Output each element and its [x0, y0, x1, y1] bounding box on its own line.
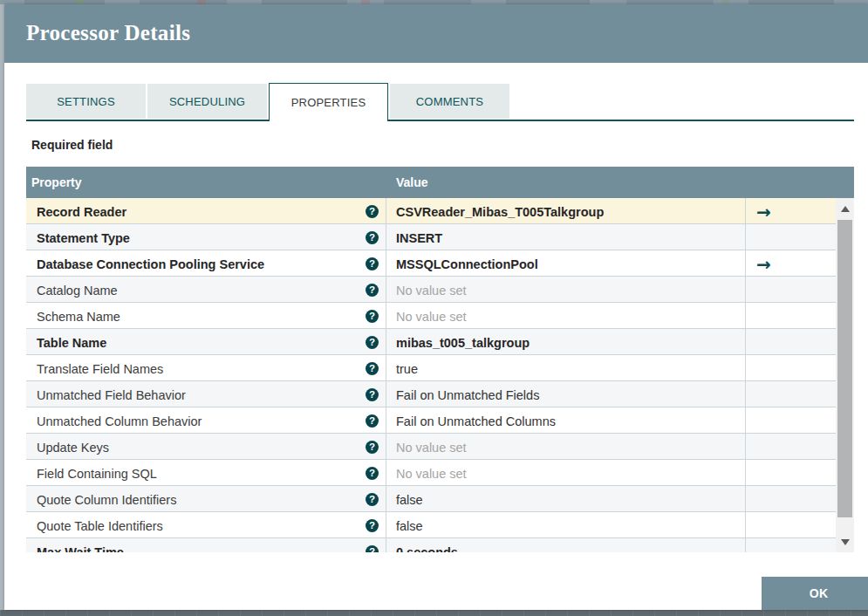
property-value: MSSQLConnectionPool	[396, 257, 538, 271]
table-row[interactable]: Field Containing SQL ? No value set	[26, 460, 836, 486]
property-value: CSVReader_Mibas_T005Talkgroup	[396, 205, 604, 219]
help-icon[interactable]: ?	[366, 231, 379, 244]
table-row[interactable]: Record Reader ? CSVReader_Mibas_T005Talk…	[26, 198, 836, 224]
value-cell[interactable]: MSSQLConnectionPool	[386, 250, 746, 276]
scroll-up-icon	[841, 206, 850, 212]
help-icon[interactable]: ?	[366, 545, 379, 552]
property-column-header: Property	[26, 175, 386, 189]
value-cell[interactable]: mibas_t005_talkgroup	[386, 329, 746, 354]
go-to-service-icon[interactable]: →	[756, 254, 771, 275]
property-value: Fail on Unmatched Fields	[396, 388, 539, 402]
value-cell[interactable]: Fail on Unmatched Fields	[386, 381, 746, 407]
table-row[interactable]: Update Keys ? No value set	[26, 434, 836, 460]
value-cell[interactable]: Fail on Unmatched Columns	[386, 407, 746, 433]
table-row[interactable]: Statement Type ? INSERT	[26, 224, 836, 250]
help-icon[interactable]: ?	[366, 388, 379, 401]
property-cell: Translate Field Names ?	[26, 355, 386, 380]
table-header: Property Value	[26, 167, 854, 198]
help-icon[interactable]: ?	[366, 493, 379, 506]
property-name: Statement Type	[37, 231, 130, 245]
tab-comments[interactable]: COMMENTS	[390, 84, 509, 119]
property-value: No value set	[396, 441, 467, 455]
scrollbar-thumb[interactable]	[837, 220, 852, 517]
value-cell[interactable]: CSVReader_Mibas_T005Talkgroup	[386, 198, 746, 223]
property-name: Field Containing SQL	[37, 467, 157, 481]
property-value: false	[396, 493, 423, 507]
value-cell[interactable]: true	[386, 355, 746, 380]
table-row[interactable]: Catalog Name ? No value set	[26, 277, 836, 303]
property-name: Schema Name	[37, 310, 120, 324]
table-row[interactable]: Database Connection Pooling Service ? MS…	[26, 250, 836, 277]
property-cell: Unmatched Field Behavior ?	[26, 381, 386, 407]
help-icon[interactable]: ?	[366, 467, 379, 480]
value-cell[interactable]: No value set	[386, 277, 746, 302]
property-value: mibas_t005_talkgroup	[396, 336, 530, 350]
service-link-cell: →	[746, 198, 836, 223]
dialog-title: Processor Details	[26, 21, 190, 45]
help-icon[interactable]: ?	[366, 414, 379, 428]
table-row[interactable]: Translate Field Names ? true	[26, 355, 836, 381]
properties-table: Property Value Record Reader ? CSVReader…	[26, 167, 854, 552]
property-cell: Quote Column Identifiers ?	[26, 486, 386, 511]
property-name: Table Name	[37, 336, 106, 350]
go-to-service-icon[interactable]: →	[756, 202, 771, 222]
table-row[interactable]: Schema Name ? No value set	[26, 303, 836, 329]
table-row[interactable]: Unmatched Column Behavior ? Fail on Unma…	[26, 407, 836, 434]
value-cell[interactable]: No value set	[386, 434, 746, 459]
property-name: Unmatched Column Behavior	[37, 414, 202, 428]
help-icon[interactable]: ?	[366, 257, 379, 270]
tab-properties[interactable]: PROPERTIES	[269, 83, 388, 121]
help-icon[interactable]: ?	[366, 336, 379, 349]
value-cell[interactable]: INSERT	[386, 224, 746, 250]
help-icon[interactable]: ?	[366, 441, 379, 454]
property-cell: Statement Type ?	[26, 224, 386, 250]
service-link-cell	[746, 460, 836, 485]
service-link-cell	[746, 407, 836, 433]
property-name: Record Reader	[37, 205, 126, 219]
scroll-up-button[interactable]	[836, 201, 854, 216]
property-cell: Unmatched Column Behavior ?	[26, 407, 386, 433]
property-cell: Update Keys ?	[26, 434, 386, 459]
property-value: Fail on Unmatched Columns	[396, 414, 556, 428]
tab-scheduling[interactable]: SCHEDULING	[147, 84, 267, 119]
tab-bar: SETTINGS SCHEDULING PROPERTIES COMMENTS	[26, 84, 509, 122]
property-cell: Record Reader ?	[26, 198, 386, 223]
scroll-down-icon	[841, 539, 850, 545]
scroll-down-button[interactable]	[836, 534, 854, 550]
help-icon[interactable]: ?	[366, 362, 379, 375]
table-row[interactable]: Quote Table Identifiers ? false	[26, 512, 836, 538]
table-row[interactable]: Max Wait Time ? 0 seconds	[26, 538, 836, 552]
help-icon[interactable]: ?	[366, 284, 379, 297]
property-value: false	[396, 519, 423, 533]
property-name: Database Connection Pooling Service	[37, 257, 264, 271]
ok-button[interactable]: OK	[762, 577, 868, 610]
table-body: Record Reader ? CSVReader_Mibas_T005Talk…	[26, 198, 854, 552]
dimmed-canvas-bottom	[0, 610, 868, 616]
value-cell[interactable]: No value set	[386, 460, 746, 485]
property-cell: Schema Name ?	[26, 303, 386, 328]
value-cell[interactable]: 0 seconds	[386, 538, 746, 552]
property-value: 0 seconds	[396, 545, 458, 553]
service-link-cell	[746, 434, 836, 459]
table-row[interactable]: Quote Column Identifiers ? false	[26, 486, 836, 512]
service-link-cell	[746, 512, 836, 537]
property-value: true	[396, 362, 418, 376]
value-cell[interactable]: false	[386, 486, 746, 511]
help-icon[interactable]: ?	[366, 519, 379, 532]
help-icon[interactable]: ?	[366, 310, 379, 323]
property-value: No value set	[396, 467, 467, 481]
property-cell: Catalog Name ?	[26, 277, 386, 302]
property-value: No value set	[396, 310, 467, 324]
table-row[interactable]: Table Name ? mibas_t005_talkgroup	[26, 329, 836, 355]
value-cell[interactable]: No value set	[386, 303, 746, 328]
service-link-cell	[746, 486, 836, 511]
scrollbar[interactable]	[836, 198, 854, 552]
required-field-note: Required field	[31, 138, 113, 152]
property-name: Quote Column Identifiers	[37, 493, 176, 507]
tab-settings[interactable]: SETTINGS	[26, 84, 146, 119]
table-row[interactable]: Unmatched Field Behavior ? Fail on Unmat…	[26, 381, 836, 407]
help-icon[interactable]: ?	[366, 205, 379, 218]
property-name: Translate Field Names	[37, 362, 163, 376]
property-name: Max Wait Time	[37, 545, 124, 553]
value-cell[interactable]: false	[386, 512, 746, 537]
